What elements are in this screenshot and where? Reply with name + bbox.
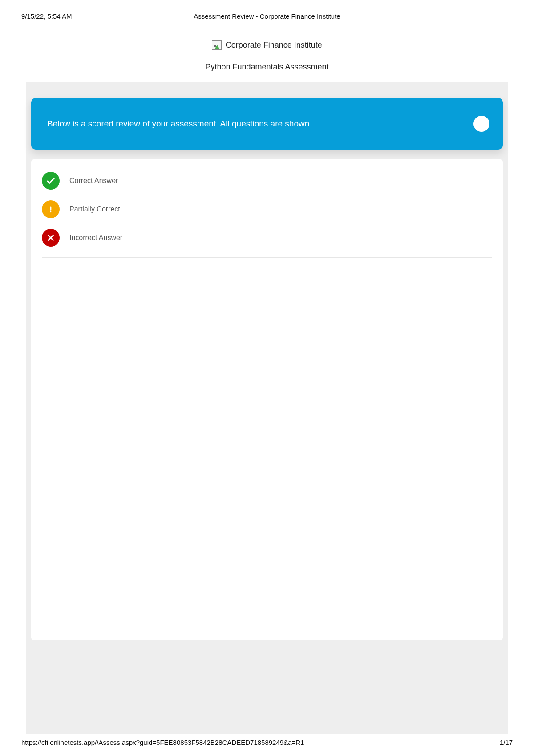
page-root: 9/15/22, 5:54 AM Assessment Review - Cor… [0, 0, 534, 756]
print-doc-title: Assessment Review - Corporate Finance In… [194, 12, 340, 20]
legend-item-partial: Partially Correct [42, 200, 492, 218]
exclamation-icon [42, 200, 60, 218]
broken-image-icon [212, 40, 222, 50]
print-header: 9/15/22, 5:54 AM Assessment Review - Cor… [21, 12, 513, 20]
legend-label: Incorrect Answer [69, 234, 122, 242]
legend-item-correct: Correct Answer [42, 172, 492, 190]
print-footer: https://cfi.onlinetests.app//Assess.aspx… [21, 739, 513, 746]
review-banner-text: Below is a scored review of your assessm… [47, 119, 312, 129]
cross-icon [42, 229, 60, 247]
review-card: Correct Answer Partially Correct Incorre… [31, 159, 503, 640]
content-area: Below is a scored review of your assessm… [26, 82, 508, 734]
legend-item-incorrect: Incorrect Answer [42, 229, 492, 247]
print-timestamp: 9/15/22, 5:54 AM [21, 12, 72, 20]
divider [42, 257, 492, 258]
legend-label: Partially Correct [69, 205, 120, 213]
print-url: https://cfi.onlinetests.app//Assess.aspx… [21, 739, 304, 746]
legend: Correct Answer Partially Correct Incorre… [42, 172, 492, 247]
check-icon [42, 172, 60, 190]
print-page-number: 1/17 [500, 739, 513, 746]
svg-rect-1 [50, 211, 52, 213]
score-chip [473, 116, 490, 132]
logo-row: Corporate Finance Institute [0, 40, 534, 50]
logo-alt-text: Corporate Finance Institute [226, 41, 322, 49]
review-banner: Below is a scored review of your assessm… [31, 98, 503, 150]
svg-rect-0 [50, 207, 52, 211]
legend-label: Correct Answer [69, 177, 118, 185]
assessment-title: Python Fundamentals Assessment [0, 62, 534, 72]
